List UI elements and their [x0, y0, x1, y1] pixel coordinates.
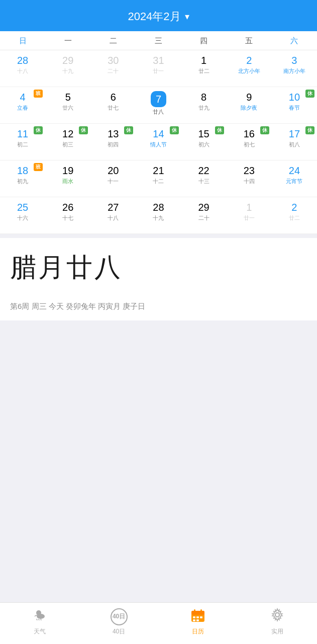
svg-rect-7: [191, 611, 204, 615]
day-feb26[interactable]: 26 十七: [45, 197, 90, 233]
calendar-header[interactable]: 2024年2月 ▾: [0, 0, 317, 31]
day-feb27[interactable]: 27 十八: [90, 197, 136, 233]
40days-icon: 40日: [111, 608, 128, 625]
nav-tools[interactable]: 实用: [260, 608, 295, 636]
svg-rect-12: [196, 619, 199, 621]
day-feb28[interactable]: 28 十九: [136, 197, 181, 233]
nav-calendar[interactable]: 日历: [180, 608, 216, 636]
day-feb29[interactable]: 29 二十: [181, 197, 227, 233]
day-feb18[interactable]: 班 18 初九: [0, 160, 45, 197]
holiday-badge: 休: [260, 126, 269, 134]
day-feb4[interactable]: 班 4 立春: [0, 87, 45, 123]
day-feb21[interactable]: 21 十二: [136, 160, 181, 197]
day-feb22[interactable]: 22 十三: [181, 160, 227, 197]
week-row-4: 班 18 初九 19 雨水 20 十一 21 十二 22 十三 23 十四 24…: [0, 160, 317, 197]
weekday-sun: 日: [0, 31, 45, 50]
month-year-title: 2024年2月: [128, 9, 180, 24]
day-feb8[interactable]: 8 廿九: [181, 87, 227, 123]
day-jan30[interactable]: 30 二十: [90, 50, 136, 87]
weekday-wed: 三: [136, 31, 181, 50]
day-feb16[interactable]: 休 16 初七: [227, 124, 272, 160]
day-feb20[interactable]: 20 十一: [90, 160, 136, 197]
bottom-navigation: 天气 40日 40日 日历: [0, 602, 317, 644]
calendar-icon: [190, 608, 205, 625]
nav-40days-label: 40日: [113, 627, 125, 636]
day-feb15[interactable]: 休 15 初六: [181, 124, 227, 160]
weekday-header: 日 一 二 三 四 五 六: [0, 31, 317, 50]
chevron-down-icon[interactable]: ▾: [185, 11, 189, 22]
day-feb24[interactable]: 24 元宵节: [272, 160, 317, 197]
holiday-badge: 休: [305, 90, 314, 98]
day-feb1[interactable]: 1 廿二: [181, 50, 227, 87]
svg-rect-11: [193, 619, 195, 621]
holiday-badge: 休: [305, 126, 314, 134]
nav-tools-label: 实用: [271, 627, 283, 636]
week-row-2: 班 4 立春 5 廿六 6 廿七 7 廿八 8 廿九 9 除夕夜 休 10: [0, 87, 317, 124]
holiday-badge: 休: [79, 126, 88, 134]
holiday-badge: 休: [215, 126, 224, 134]
day-feb7-today[interactable]: 7 廿八: [136, 87, 181, 123]
work-badge: 班: [34, 163, 43, 171]
week-row-5: 25 十六 26 十七 27 十八 28 十九 29 二十 1 廿一 2 廿二: [0, 197, 317, 234]
day-jan31[interactable]: 31 廿一: [136, 50, 181, 87]
holiday-badge: 休: [170, 126, 179, 134]
day-feb5[interactable]: 5 廿六: [45, 87, 90, 123]
day-feb13[interactable]: 休 13 初四: [90, 124, 136, 160]
svg-rect-9: [196, 616, 199, 618]
svg-rect-8: [193, 616, 195, 618]
weekday-sat: 六: [272, 31, 317, 50]
day-feb10[interactable]: 休 10 春节: [272, 87, 317, 123]
settings-icon: [270, 608, 284, 625]
day-mar1[interactable]: 1 廿一: [227, 197, 272, 233]
day-feb23[interactable]: 23 十四: [227, 160, 272, 197]
weekday-thu: 四: [181, 31, 227, 50]
nav-weather[interactable]: 天气: [22, 608, 57, 636]
day-feb6[interactable]: 6 廿七: [90, 87, 136, 123]
weekday-fri: 五: [227, 31, 272, 50]
svg-point-1: [37, 614, 45, 619]
day-feb3[interactable]: 3 南方小年: [272, 50, 317, 87]
nav-40days[interactable]: 40日 40日: [101, 608, 137, 636]
day-feb12[interactable]: 休 12 初三: [45, 124, 90, 160]
svg-rect-10: [200, 616, 202, 618]
day-feb17[interactable]: 休 17 初八: [272, 124, 317, 160]
day-feb11[interactable]: 休 11 初二: [0, 124, 45, 160]
nav-weather-label: 天气: [34, 627, 46, 636]
svg-point-13: [275, 613, 279, 617]
date-detail: 第6周 周三 今天 癸卯兔年 丙寅月 庚子日: [10, 300, 307, 312]
date-info-section: 腊月廿八 第6周 周三 今天 癸卯兔年 丙寅月 庚子日: [0, 238, 317, 320]
day-mar2[interactable]: 2 廿二: [272, 197, 317, 233]
day-jan28[interactable]: 28 十八: [0, 50, 45, 87]
day-feb25[interactable]: 25 十六: [0, 197, 45, 233]
day-feb9[interactable]: 9 除夕夜: [227, 87, 272, 123]
work-badge: 班: [34, 90, 43, 98]
lunar-date-large: 腊月廿八: [10, 250, 307, 285]
weather-icon: [33, 608, 47, 625]
weekday-tue: 二: [90, 31, 136, 50]
week-row-3: 休 11 初二 休 12 初三 休 13 初四 休 14 情人节 休 15 初六…: [0, 124, 317, 160]
day-feb19[interactable]: 19 雨水: [45, 160, 90, 197]
day-feb2[interactable]: 2 北方小年: [227, 50, 272, 87]
day-jan29[interactable]: 29 十九: [45, 50, 90, 87]
weekday-mon: 一: [45, 31, 90, 50]
day-feb14[interactable]: 休 14 情人节: [136, 124, 181, 160]
calendar-grid: 日 一 二 三 四 五 六 28 十八 29 十九 30 二十 31 廿一 1 …: [0, 31, 317, 234]
holiday-badge: 休: [124, 126, 133, 134]
holiday-badge: 休: [34, 126, 43, 134]
nav-calendar-label: 日历: [192, 627, 204, 636]
week-row-1: 28 十八 29 十九 30 二十 31 廿一 1 廿二 2 北方小年 3 南方…: [0, 50, 317, 87]
empty-area: [0, 320, 317, 461]
